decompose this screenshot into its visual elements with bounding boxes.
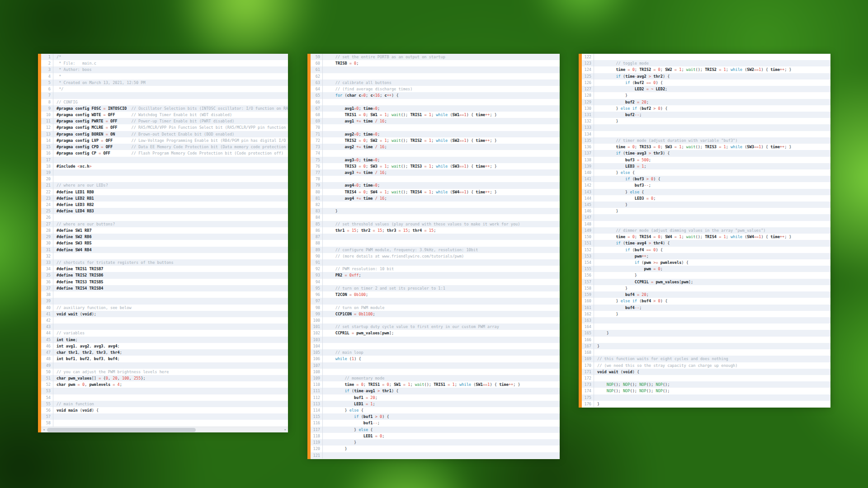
scrollbar-thumb[interactable]: [47, 428, 196, 432]
code-line: 117 } else {: [311, 427, 560, 433]
scrollbar-track[interactable]: [47, 427, 283, 433]
code-text: [594, 317, 830, 324]
code-text: [53, 420, 288, 426]
horizontal-scrollbar[interactable]: ◂ ▸: [41, 427, 288, 432]
scroll-right-icon[interactable]: ▸: [283, 427, 288, 433]
line-number: 45: [41, 337, 53, 343]
code-line: 134: [582, 131, 830, 137]
code-text: } else {: [594, 169, 830, 176]
code-line: 115 if (buf1 > 0) {: [311, 413, 560, 420]
line-number: 113: [311, 401, 323, 407]
code-text: // where are our LEDs?: [53, 182, 288, 188]
code-text: TRISB = 0;: [323, 60, 560, 66]
code-text: char thr1, thr2, thr3, thr4;: [53, 349, 288, 356]
code-line: 19: [41, 169, 288, 176]
code-text: int buf1, buf2, buf3, buf4;: [53, 356, 288, 362]
code-line: 140 } else {: [582, 169, 830, 176]
code-text: // set startup duty cycle value to first…: [323, 324, 560, 330]
code-text: [594, 54, 830, 60]
line-number: 139: [582, 163, 594, 169]
line-number: 66: [311, 99, 323, 105]
line-number: 167: [582, 343, 594, 349]
code-line: 72 TRIS2 = 0; SW2 = 1; wait(); TRIS2 = 1…: [311, 137, 560, 144]
line-number: 132: [582, 118, 594, 124]
line-number: 51: [41, 375, 53, 381]
code-text: }: [594, 272, 830, 278]
code-line: 65 for (char c=0; c<16; c++) {: [311, 92, 560, 99]
code-line: 92 // PWM resolution: 10 bit: [311, 266, 560, 272]
code-line: 8// CONFIG: [41, 99, 288, 105]
line-number: 49: [41, 362, 53, 369]
code-text: time = 0; TRIS2 = 0; SW2 = 1; wait(); TR…: [594, 66, 830, 73]
line-number: 175: [582, 394, 594, 401]
line-number: 156: [582, 272, 594, 278]
code-line: 122: [582, 54, 830, 60]
code-text: avg1=0; time=0;: [323, 105, 560, 112]
code-line: 106 while (1) {: [311, 356, 560, 362]
line-number: 76: [311, 163, 323, 169]
line-number: 28: [41, 227, 53, 234]
code-line: 118 LED1 = 0;: [311, 433, 560, 439]
code-line: 76 TRIS3 = 0; SW3 = 1; wait(); TRIS3 = 1…: [311, 163, 560, 169]
line-number: 91: [311, 259, 323, 266]
code-text: [323, 343, 560, 349]
code-line: 70: [311, 124, 560, 131]
line-number: 109: [311, 375, 323, 381]
code-line: 104: [311, 343, 560, 349]
code-line: 97: [311, 298, 560, 304]
code-text: // momentary mode: [323, 375, 560, 381]
code-text: avg1 += time / 16;: [323, 118, 560, 124]
line-number: 138: [582, 157, 594, 163]
code-line: 110 time = 0; TRIS1 = 0; SW1 = 1; wait()…: [311, 381, 560, 388]
code-text: // (more details at www.friendlywire.com…: [323, 253, 560, 259]
code-text: if (time-avg1 > thr1) {: [323, 388, 560, 394]
code-text: buf3--;: [594, 182, 830, 188]
line-number: 42: [41, 317, 53, 324]
line-number: 106: [311, 356, 323, 362]
line-number: 118: [311, 433, 323, 439]
line-number: 67: [311, 105, 323, 112]
code-text: char pwm_values[] = {0, 20, 100, 255};: [53, 375, 288, 381]
line-number: 125: [582, 73, 594, 80]
code-line: 3 * Author: boos: [41, 66, 288, 73]
code-line: 79 avg4=0; time=0;: [311, 182, 560, 188]
code-text: avg4=0; time=0;: [323, 182, 560, 188]
line-number: 129: [582, 99, 594, 105]
line-number: 71: [311, 131, 323, 137]
code-text: buf4 = 20;: [594, 291, 830, 298]
line-number: 158: [582, 285, 594, 291]
code-line: 35#define TRIS2 TRISB6: [41, 272, 288, 278]
line-number: 137: [582, 150, 594, 156]
line-number: 121: [311, 452, 323, 459]
code-line: 55// main function: [41, 401, 288, 407]
line-number: 120: [311, 446, 323, 452]
line-number: 52: [41, 381, 53, 388]
code-text: buf1 = 20;: [323, 394, 560, 401]
line-number: 93: [311, 272, 323, 278]
code-line: 95 // turn on timer 2 and set its presca…: [311, 285, 560, 291]
line-number: 44: [41, 330, 53, 336]
line-number: 98: [311, 305, 323, 311]
code-line: 121: [311, 452, 560, 459]
code-text: [53, 157, 288, 163]
line-number: 53: [41, 388, 53, 394]
code-text: LED2 = ~ LED2;: [594, 86, 830, 92]
line-number: 146: [582, 208, 594, 214]
line-number: 82: [311, 202, 323, 208]
code-line: 147: [582, 214, 830, 221]
code-line: 48int buf1, buf2, buf3, buf4;: [41, 356, 288, 362]
line-number: 38: [41, 291, 53, 298]
code-text: LED3 = 1;: [594, 163, 830, 169]
line-number: 54: [41, 394, 53, 401]
code-text: if (buf1 > 0) {: [323, 413, 560, 420]
code-text: /*: [53, 54, 288, 60]
code-text: [323, 73, 560, 80]
line-number: 115: [311, 413, 323, 420]
line-number: 64: [311, 86, 323, 92]
line-number: 18: [41, 163, 53, 169]
code-line: 124 time = 0; TRIS2 = 0; SW2 = 1; wait()…: [582, 66, 830, 73]
code-text: }: [594, 401, 830, 407]
code-line: 90 // (more details at www.friendlywire.…: [311, 253, 560, 259]
scroll-left-icon[interactable]: ◂: [41, 427, 47, 433]
code-line: 66: [311, 99, 560, 105]
